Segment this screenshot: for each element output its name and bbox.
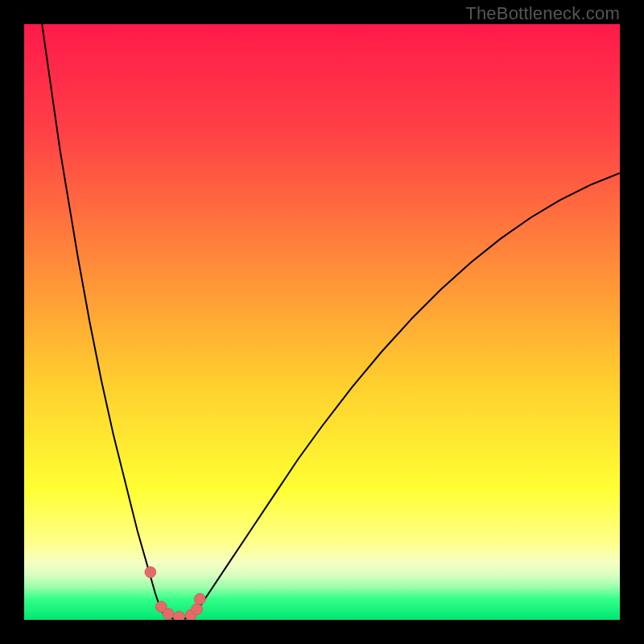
bottleneck-curve (42, 24, 620, 619)
watermark-text: TheBottleneck.com (465, 3, 620, 24)
curve-layer (24, 24, 620, 620)
data-point (145, 567, 156, 578)
data-point (173, 611, 184, 620)
plot-area (24, 24, 620, 620)
data-point (192, 604, 203, 615)
data-markers (145, 567, 205, 620)
data-point (163, 609, 174, 620)
chart-frame: TheBottleneck.com (0, 0, 644, 644)
data-point (194, 593, 205, 605)
